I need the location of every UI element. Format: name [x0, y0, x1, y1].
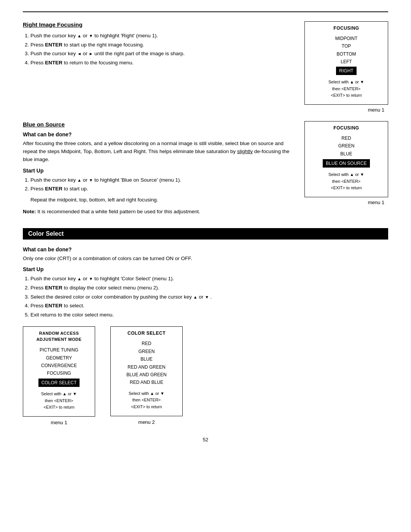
step-item: Press ENTER to start up the right image …: [30, 41, 297, 49]
menu-item-color-select-wrapper: COLOR SELECT: [29, 379, 89, 387]
step-item: Press ENTER to display the color select …: [30, 284, 388, 292]
page: Right Image Focusing Push the cursor key…: [0, 0, 411, 532]
menu-item-top: TOP: [311, 42, 382, 50]
blue-on-source-steps: Push the cursor key ▲ or ▼ to highlight …: [30, 176, 297, 193]
arrow-down-icon-4: ▼: [205, 295, 209, 299]
menu-item-green: GREEN: [311, 142, 382, 150]
menu1-label-1: menu 1: [304, 107, 388, 113]
random-access-menu-footer: Select with ▲ or ▼ then <ENTER> <EXIT> t…: [29, 391, 89, 411]
focusing-menu-title-1: FOCUSING: [311, 26, 382, 31]
arrow-up-icon-4: ▲: [193, 295, 198, 299]
what-can-be-done-subtitle-1: What can be done?: [23, 131, 297, 137]
color-select-steps: Push the cursor key ▲ or ▼ to highlight …: [30, 275, 388, 319]
menu1-label-2: menu 1: [304, 200, 388, 205]
startup-subtitle-1: Start Up: [23, 168, 297, 174]
menu2-wrapper: COLOR SELECT RED GREEN BLUE RED AND GREE…: [110, 326, 183, 425]
arrow-down-icon-sm4: ▼: [160, 391, 164, 396]
blue-on-source-title: Blue on Source: [23, 121, 297, 128]
startup-subtitle-2: Start Up: [23, 266, 388, 272]
color-select-menu-footer: Select with ▲ or ▼ then <ENTER> <EXIT> t…: [117, 390, 176, 411]
menu-item-geometry: GEOMETRY: [29, 354, 89, 362]
menu-item-red-2: RED: [117, 340, 176, 347]
arrow-down-icon-3: ▼: [89, 276, 93, 281]
top-rule: [23, 11, 388, 12]
focusing-menu-box-2: FOCUSING RED GREEN BLUE BLUE ON SOURCE S…: [304, 121, 388, 197]
random-access-menu-box: RANDOM ACCESSADJUSTMENT MODE PICTURE TUN…: [23, 326, 95, 417]
slightly-text: slightly: [237, 149, 253, 154]
menu2-label-bottom: menu 2: [138, 419, 155, 425]
arrow-up-icon-sm2: ▲: [350, 172, 354, 177]
arrow-left-icon: ◄: [77, 51, 81, 56]
right-image-focusing-section: Right Image Focusing Push the cursor key…: [23, 21, 388, 113]
step-item: Push the cursor key ▲ or ▼ to highlight …: [30, 275, 388, 283]
arrow-up-icon-sm4: ▲: [150, 391, 154, 396]
menu-item-bottom: BOTTOM: [311, 50, 382, 58]
menu-item-blue: BLUE: [311, 150, 382, 158]
arrow-down-icon: ▼: [89, 34, 93, 38]
color-select-menu-title: COLOR SELECT: [117, 331, 176, 336]
menu-item-convergence: CONVERGENCE: [29, 362, 89, 369]
page-number: 52: [23, 437, 388, 443]
step-item: Press ENTER to select.: [30, 302, 388, 310]
step-item: Press ENTER to start up.: [30, 185, 297, 193]
menu-item-color-select-highlighted: COLOR SELECT: [38, 379, 80, 387]
step-item: Push the cursor key ◄ or ► until the rig…: [30, 50, 297, 58]
right-image-focusing-menu-area: FOCUSING MIDPOINT TOP BOTTOM LEFT RIGHT …: [304, 21, 388, 113]
menu-item-red-and-blue: RED AND BLUE: [117, 379, 176, 386]
menu1-wrapper: RANDOM ACCESSADJUSTMENT MODE PICTURE TUN…: [23, 326, 95, 425]
color-select-description: Only one color (CRT) or a combination of…: [23, 255, 388, 263]
bottom-menus: RANDOM ACCESSADJUSTMENT MODE PICTURE TUN…: [23, 326, 388, 425]
blue-on-source-description: After focusing the three colors, and a y…: [23, 140, 297, 164]
color-select-menu-box: COLOR SELECT RED GREEN BLUE RED AND GREE…: [110, 326, 183, 416]
note-bold: Note:: [23, 209, 36, 214]
focusing-menu-title-2: FOCUSING: [311, 125, 382, 131]
arrow-down-icon-sm3: ▼: [73, 391, 77, 396]
menu-item-blue-on-source-wrapper: BLUE ON SOURCE: [311, 159, 382, 168]
blue-on-source-content: Blue on Source What can be done? After f…: [23, 121, 297, 220]
bold-enter-4: ENTER: [45, 285, 62, 291]
focusing-menu-box-1: FOCUSING MIDPOINT TOP BOTTOM LEFT RIGHT …: [304, 21, 388, 105]
menu-item-blue-and-green: BLUE AND GREEN: [117, 371, 176, 379]
arrow-up-icon-sm: ▲: [350, 80, 354, 84]
menu-item-right-highlighted: RIGHT: [336, 67, 356, 75]
right-image-focusing-title: Right Image Focusing: [23, 21, 297, 28]
arrow-down-icon-2: ▼: [89, 178, 93, 182]
menu-item-green-2: GREEN: [117, 348, 176, 355]
menu-item-midpoint: MIDPOINT: [311, 35, 382, 42]
focusing-menu-footer-2: Select with ▲ or ▼ then <ENTER> <EXIT> t…: [311, 171, 382, 192]
repeat-text: Repeat the midpoint, top, bottom, left a…: [30, 196, 297, 204]
bold-enter-5: ENTER: [45, 303, 62, 308]
blue-on-source-menu-area: FOCUSING RED GREEN BLUE BLUE ON SOURCE S…: [304, 121, 388, 220]
menu1-label-bottom: menu 1: [51, 420, 67, 425]
random-access-menu-title: RANDOM ACCESSADJUSTMENT MODE: [29, 331, 89, 342]
arrow-up-icon-2: ▲: [77, 178, 81, 182]
menu-item-focusing: FOCUSING: [29, 369, 89, 377]
right-image-focusing-content: Right Image Focusing Push the cursor key…: [23, 21, 297, 113]
what-can-be-done-subtitle-2: What can be done?: [23, 246, 388, 252]
arrow-down-icon-sm2: ▼: [360, 172, 364, 177]
color-select-section: What can be done? Only one color (CRT) o…: [23, 246, 388, 425]
step-item: Exit returns to the color select menu.: [30, 311, 388, 319]
menu-item-left: LEFT: [311, 58, 382, 66]
color-select-header: Color Select: [23, 228, 388, 240]
menu-item-blue-on-source-highlighted: BLUE ON SOURCE: [323, 159, 370, 168]
arrow-up-icon-sm3: ▲: [62, 391, 67, 396]
arrow-up-icon-3: ▲: [77, 276, 81, 281]
right-image-focusing-steps: Push the cursor key ▲ or ▼ to highlight …: [30, 32, 297, 67]
blue-on-source-section: Blue on Source What can be done? After f…: [23, 121, 388, 220]
color-select-header-title: Color Select: [28, 230, 64, 237]
bold-enter-3: ENTER: [45, 186, 62, 192]
step-item: Push the cursor key ▲ or ▼ to highlight …: [30, 32, 297, 40]
note-text: Note: It is recommended that a white fie…: [23, 208, 297, 216]
arrow-up-icon: ▲: [77, 34, 81, 38]
menu-item-picture-tuning: PICTURE TUNING: [29, 346, 89, 354]
step-item: Select the desired color or color combin…: [30, 293, 388, 301]
menu-item-right-wrapper: RIGHT: [311, 67, 382, 75]
arrow-down-icon-sm: ▼: [360, 80, 364, 84]
bold-enter: ENTER: [45, 42, 62, 48]
arrow-right-icon: ►: [89, 51, 93, 56]
focusing-menu-footer-1: Select with ▲ or ▼ then <ENTER> <EXIT> t…: [311, 79, 382, 99]
bold-enter2: ENTER: [45, 60, 62, 66]
menu-item-red: RED: [311, 134, 382, 142]
menu-item-red-and-green: RED AND GREEN: [117, 363, 176, 371]
